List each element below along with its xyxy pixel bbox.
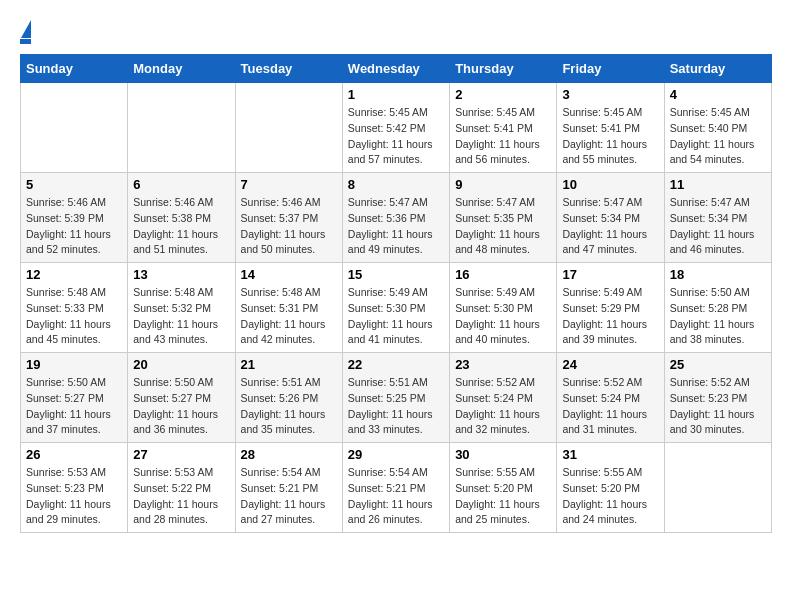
day-number: 25 <box>670 357 766 372</box>
day-info: Sunrise: 5:48 AMSunset: 5:33 PMDaylight:… <box>26 285 122 348</box>
weekday-header-friday: Friday <box>557 55 664 83</box>
calendar-cell: 11Sunrise: 5:47 AMSunset: 5:34 PMDayligh… <box>664 173 771 263</box>
day-number: 4 <box>670 87 766 102</box>
day-number: 18 <box>670 267 766 282</box>
day-number: 10 <box>562 177 658 192</box>
day-number: 3 <box>562 87 658 102</box>
calendar-table: SundayMondayTuesdayWednesdayThursdayFrid… <box>20 54 772 533</box>
calendar-cell <box>664 443 771 533</box>
day-info: Sunrise: 5:47 AMSunset: 5:36 PMDaylight:… <box>348 195 444 258</box>
calendar-cell: 18Sunrise: 5:50 AMSunset: 5:28 PMDayligh… <box>664 263 771 353</box>
calendar-week-row: 5Sunrise: 5:46 AMSunset: 5:39 PMDaylight… <box>21 173 772 263</box>
calendar-cell: 13Sunrise: 5:48 AMSunset: 5:32 PMDayligh… <box>128 263 235 353</box>
day-number: 2 <box>455 87 551 102</box>
day-info: Sunrise: 5:54 AMSunset: 5:21 PMDaylight:… <box>241 465 337 528</box>
day-info: Sunrise: 5:50 AMSunset: 5:27 PMDaylight:… <box>26 375 122 438</box>
day-number: 12 <box>26 267 122 282</box>
day-number: 22 <box>348 357 444 372</box>
day-number: 29 <box>348 447 444 462</box>
calendar-cell: 25Sunrise: 5:52 AMSunset: 5:23 PMDayligh… <box>664 353 771 443</box>
calendar-cell: 1Sunrise: 5:45 AMSunset: 5:42 PMDaylight… <box>342 83 449 173</box>
calendar-cell: 31Sunrise: 5:55 AMSunset: 5:20 PMDayligh… <box>557 443 664 533</box>
day-number: 14 <box>241 267 337 282</box>
day-number: 23 <box>455 357 551 372</box>
calendar-cell: 10Sunrise: 5:47 AMSunset: 5:34 PMDayligh… <box>557 173 664 263</box>
day-info: Sunrise: 5:48 AMSunset: 5:32 PMDaylight:… <box>133 285 229 348</box>
calendar-cell: 19Sunrise: 5:50 AMSunset: 5:27 PMDayligh… <box>21 353 128 443</box>
day-info: Sunrise: 5:47 AMSunset: 5:34 PMDaylight:… <box>670 195 766 258</box>
day-number: 31 <box>562 447 658 462</box>
day-number: 11 <box>670 177 766 192</box>
calendar-cell: 28Sunrise: 5:54 AMSunset: 5:21 PMDayligh… <box>235 443 342 533</box>
calendar-cell <box>21 83 128 173</box>
weekday-header-thursday: Thursday <box>450 55 557 83</box>
day-info: Sunrise: 5:49 AMSunset: 5:29 PMDaylight:… <box>562 285 658 348</box>
calendar-cell: 2Sunrise: 5:45 AMSunset: 5:41 PMDaylight… <box>450 83 557 173</box>
day-number: 9 <box>455 177 551 192</box>
day-number: 28 <box>241 447 337 462</box>
calendar-cell <box>235 83 342 173</box>
calendar-cell: 24Sunrise: 5:52 AMSunset: 5:24 PMDayligh… <box>557 353 664 443</box>
day-info: Sunrise: 5:46 AMSunset: 5:38 PMDaylight:… <box>133 195 229 258</box>
day-info: Sunrise: 5:48 AMSunset: 5:31 PMDaylight:… <box>241 285 337 348</box>
day-info: Sunrise: 5:45 AMSunset: 5:40 PMDaylight:… <box>670 105 766 168</box>
calendar-cell: 3Sunrise: 5:45 AMSunset: 5:41 PMDaylight… <box>557 83 664 173</box>
calendar-cell: 8Sunrise: 5:47 AMSunset: 5:36 PMDaylight… <box>342 173 449 263</box>
day-number: 6 <box>133 177 229 192</box>
day-number: 1 <box>348 87 444 102</box>
calendar-cell: 12Sunrise: 5:48 AMSunset: 5:33 PMDayligh… <box>21 263 128 353</box>
day-info: Sunrise: 5:46 AMSunset: 5:37 PMDaylight:… <box>241 195 337 258</box>
day-info: Sunrise: 5:50 AMSunset: 5:27 PMDaylight:… <box>133 375 229 438</box>
calendar-week-row: 26Sunrise: 5:53 AMSunset: 5:23 PMDayligh… <box>21 443 772 533</box>
calendar-week-row: 19Sunrise: 5:50 AMSunset: 5:27 PMDayligh… <box>21 353 772 443</box>
day-number: 24 <box>562 357 658 372</box>
day-number: 26 <box>26 447 122 462</box>
calendar-week-row: 1Sunrise: 5:45 AMSunset: 5:42 PMDaylight… <box>21 83 772 173</box>
day-info: Sunrise: 5:49 AMSunset: 5:30 PMDaylight:… <box>455 285 551 348</box>
day-number: 16 <box>455 267 551 282</box>
logo <box>20 20 31 44</box>
day-number: 17 <box>562 267 658 282</box>
logo-underline <box>20 39 31 44</box>
day-info: Sunrise: 5:52 AMSunset: 5:24 PMDaylight:… <box>562 375 658 438</box>
day-info: Sunrise: 5:53 AMSunset: 5:22 PMDaylight:… <box>133 465 229 528</box>
weekday-header-monday: Monday <box>128 55 235 83</box>
calendar-cell: 22Sunrise: 5:51 AMSunset: 5:25 PMDayligh… <box>342 353 449 443</box>
weekday-header-sunday: Sunday <box>21 55 128 83</box>
calendar-cell: 26Sunrise: 5:53 AMSunset: 5:23 PMDayligh… <box>21 443 128 533</box>
calendar-cell: 5Sunrise: 5:46 AMSunset: 5:39 PMDaylight… <box>21 173 128 263</box>
calendar-cell: 17Sunrise: 5:49 AMSunset: 5:29 PMDayligh… <box>557 263 664 353</box>
day-number: 19 <box>26 357 122 372</box>
calendar-cell: 15Sunrise: 5:49 AMSunset: 5:30 PMDayligh… <box>342 263 449 353</box>
day-number: 20 <box>133 357 229 372</box>
calendar-cell <box>128 83 235 173</box>
day-number: 7 <box>241 177 337 192</box>
day-info: Sunrise: 5:52 AMSunset: 5:23 PMDaylight:… <box>670 375 766 438</box>
calendar-cell: 23Sunrise: 5:52 AMSunset: 5:24 PMDayligh… <box>450 353 557 443</box>
day-number: 8 <box>348 177 444 192</box>
calendar-cell: 20Sunrise: 5:50 AMSunset: 5:27 PMDayligh… <box>128 353 235 443</box>
day-info: Sunrise: 5:45 AMSunset: 5:42 PMDaylight:… <box>348 105 444 168</box>
calendar-header-row: SundayMondayTuesdayWednesdayThursdayFrid… <box>21 55 772 83</box>
page-header <box>20 20 772 44</box>
calendar-cell: 27Sunrise: 5:53 AMSunset: 5:22 PMDayligh… <box>128 443 235 533</box>
calendar-cell: 14Sunrise: 5:48 AMSunset: 5:31 PMDayligh… <box>235 263 342 353</box>
day-info: Sunrise: 5:55 AMSunset: 5:20 PMDaylight:… <box>455 465 551 528</box>
day-number: 30 <box>455 447 551 462</box>
calendar-cell: 4Sunrise: 5:45 AMSunset: 5:40 PMDaylight… <box>664 83 771 173</box>
day-info: Sunrise: 5:50 AMSunset: 5:28 PMDaylight:… <box>670 285 766 348</box>
calendar-cell: 6Sunrise: 5:46 AMSunset: 5:38 PMDaylight… <box>128 173 235 263</box>
day-info: Sunrise: 5:47 AMSunset: 5:35 PMDaylight:… <box>455 195 551 258</box>
day-info: Sunrise: 5:45 AMSunset: 5:41 PMDaylight:… <box>562 105 658 168</box>
weekday-header-wednesday: Wednesday <box>342 55 449 83</box>
day-info: Sunrise: 5:55 AMSunset: 5:20 PMDaylight:… <box>562 465 658 528</box>
logo-triangle-icon <box>21 20 31 38</box>
day-number: 27 <box>133 447 229 462</box>
day-info: Sunrise: 5:53 AMSunset: 5:23 PMDaylight:… <box>26 465 122 528</box>
day-number: 21 <box>241 357 337 372</box>
calendar-cell: 21Sunrise: 5:51 AMSunset: 5:26 PMDayligh… <box>235 353 342 443</box>
day-info: Sunrise: 5:47 AMSunset: 5:34 PMDaylight:… <box>562 195 658 258</box>
calendar-cell: 16Sunrise: 5:49 AMSunset: 5:30 PMDayligh… <box>450 263 557 353</box>
calendar-cell: 9Sunrise: 5:47 AMSunset: 5:35 PMDaylight… <box>450 173 557 263</box>
day-info: Sunrise: 5:51 AMSunset: 5:25 PMDaylight:… <box>348 375 444 438</box>
